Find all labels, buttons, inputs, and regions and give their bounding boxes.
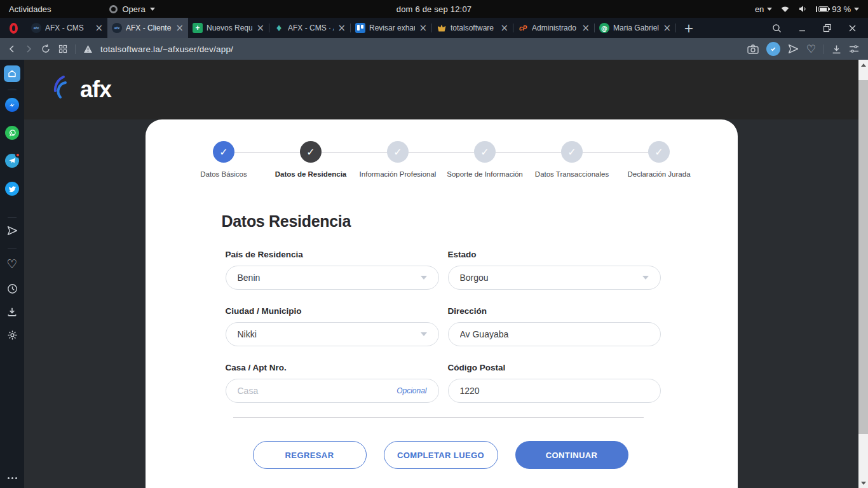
afx-favicon-icon: afx <box>31 23 41 33</box>
check-circle-icon: ✓ <box>648 141 670 163</box>
keyboard-layout-indicator[interactable]: en <box>755 4 772 14</box>
forward-icon[interactable] <box>24 44 33 53</box>
tab-close-icon[interactable]: × <box>95 24 103 33</box>
my-flow-icon[interactable] <box>7 226 18 236</box>
new-tab-button[interactable]: + <box>684 21 694 35</box>
speed-dial-grid-icon[interactable] <box>58 44 67 53</box>
optional-badge: Opcional <box>397 386 426 395</box>
house-input[interactable] <box>238 386 397 396</box>
search-tabs-icon[interactable] <box>772 24 782 33</box>
easy-setup-sliders-icon[interactable] <box>849 44 859 53</box>
step-informacion-profesional[interactable]: ✓ Información Profesional <box>355 141 442 178</box>
check-circle-icon: ✓ <box>561 141 583 163</box>
tab-close-icon[interactable]: × <box>500 24 508 33</box>
bookmarks-heart-icon[interactable]: ♡ <box>6 257 17 271</box>
tab-afx-cliente-active[interactable]: afx AFX - Cliente × <box>107 18 188 38</box>
gold-favicon-icon <box>437 23 447 33</box>
system-tray: en 93 % <box>755 4 868 14</box>
battery-charging-icon[interactable]: 93 % <box>816 4 859 14</box>
check-circle-icon: ✓ <box>474 141 496 163</box>
reload-icon[interactable] <box>41 44 51 54</box>
snapshot-camera-icon[interactable] <box>747 44 759 54</box>
step-datos-transaccionales[interactable]: ✓ Datos Transaccionales <box>529 141 616 178</box>
step-label: Datos Transaccionales <box>535 170 609 178</box>
postal-input[interactable] <box>460 386 649 396</box>
step-soporte-de-informacion[interactable]: ✓ Soporte de Información <box>442 141 529 178</box>
page-scrollbar[interactable] <box>858 60 868 488</box>
opera-logo-icon[interactable] <box>0 23 27 34</box>
speed-dial-home-icon[interactable] <box>4 65 20 82</box>
wifi-icon[interactable] <box>780 5 790 13</box>
chevron-down-icon <box>421 276 427 280</box>
not-secure-warning-icon[interactable] <box>83 44 93 53</box>
country-value: Benin <box>238 273 421 283</box>
step-label: Declaración Jurada <box>627 170 690 178</box>
tab-revisar-exhaustivo[interactable]: Revisar exhau × <box>351 18 431 38</box>
opera-menu-icon <box>109 5 118 13</box>
tab-title: Administrado <box>532 24 578 32</box>
tab-administrador-cpanel[interactable]: cP Administrado × <box>513 18 594 38</box>
city-label: Ciudad / Municipio <box>226 306 439 316</box>
back-icon[interactable] <box>8 44 17 53</box>
notification-badge <box>15 152 20 158</box>
tab-afx-cms[interactable]: afx AFX - CMS × <box>27 18 107 38</box>
wizard-card: ✓ Datos Básicos ✓ Datos de Residencia ✓ … <box>146 119 738 488</box>
tab-maria-gabriela[interactable]: @ Maria Gabriel × <box>595 18 675 38</box>
twitter-icon[interactable] <box>5 182 19 196</box>
settings-gear-icon[interactable] <box>7 330 18 341</box>
minimize-icon[interactable] <box>798 24 806 32</box>
sidebar-setup-dots-icon[interactable] <box>8 477 17 479</box>
download-icon[interactable] <box>832 44 841 54</box>
adblock-shield-icon[interactable] <box>766 42 780 56</box>
continue-button[interactable]: CONTINUAR <box>515 441 628 469</box>
tab-close-icon[interactable]: × <box>256 24 264 33</box>
tab-close-icon[interactable]: × <box>175 24 184 33</box>
telegram-icon[interactable] <box>5 154 19 168</box>
postal-field-wrap <box>448 379 661 403</box>
activities-button[interactable]: Actividades <box>0 0 60 18</box>
state-select[interactable]: Borgou <box>448 266 661 290</box>
country-label: País de Residencia <box>226 250 439 259</box>
scrollbar-thumb[interactable] <box>858 80 868 434</box>
step-label: Información Profesional <box>360 170 437 178</box>
country-select[interactable]: Benin <box>226 266 439 290</box>
scroll-up-arrow[interactable] <box>858 60 868 70</box>
clock[interactable]: dom 6 de sep 12:07 <box>397 4 472 14</box>
messenger-icon[interactable] <box>5 98 19 112</box>
close-window-icon[interactable] <box>848 24 857 32</box>
step-label: Datos de Residencia <box>275 170 346 178</box>
tab-nuevos-requerimientos[interactable]: + Nuevos Reque × <box>188 18 269 38</box>
history-clock-icon[interactable] <box>7 283 18 294</box>
opera-app-menu[interactable]: Opera <box>109 4 154 14</box>
tab-afx-cms-admin[interactable]: ♦ AFX - CMS · A × <box>269 18 350 38</box>
step-datos-residencia[interactable]: ✓ Datos de Residencia <box>268 141 355 178</box>
restore-window-icon[interactable] <box>823 24 832 32</box>
caret-down-icon <box>150 8 155 11</box>
form-divider <box>233 417 644 418</box>
opera-sidebar: ♡ <box>0 60 24 488</box>
my-flow-plane-icon[interactable] <box>788 44 799 54</box>
step-label: Datos Básicos <box>200 170 247 178</box>
bookmark-heart-icon[interactable]: ♡ <box>806 43 816 55</box>
url-field[interactable]: totalsoftware.la/~afxuser/dev/app/ <box>100 44 740 54</box>
address-input[interactable] <box>460 329 649 339</box>
tab-close-icon[interactable]: × <box>663 24 671 33</box>
step-label: Soporte de Información <box>447 170 523 178</box>
volume-icon[interactable] <box>798 5 808 13</box>
complete-later-button[interactable]: COMPLETAR LUEGO <box>384 441 498 469</box>
back-button[interactable]: REGRESAR <box>253 441 367 469</box>
tab-totalsoftware[interactable]: totalsoftware × <box>432 18 513 38</box>
tab-close-icon[interactable]: × <box>581 24 590 33</box>
scroll-down-arrow[interactable] <box>858 478 868 488</box>
tab-close-icon[interactable]: × <box>337 24 346 33</box>
tab-title: AFX - CMS · A <box>288 24 334 32</box>
tab-close-icon[interactable]: × <box>419 24 427 33</box>
residence-form: País de Residencia Benin Estado Borgou <box>226 250 738 403</box>
step-datos-basicos[interactable]: ✓ Datos Básicos <box>180 141 268 178</box>
city-select[interactable]: Nikki <box>226 322 439 346</box>
downloads-icon[interactable] <box>7 307 17 317</box>
step-declaracion-jurada[interactable]: ✓ Declaración Jurada <box>616 141 703 178</box>
tab-title: AFX - Cliente <box>126 24 172 32</box>
web-content: afx ✓ Datos Básicos ✓ Datos de Residenci… <box>24 60 858 488</box>
whatsapp-icon[interactable] <box>5 126 19 140</box>
